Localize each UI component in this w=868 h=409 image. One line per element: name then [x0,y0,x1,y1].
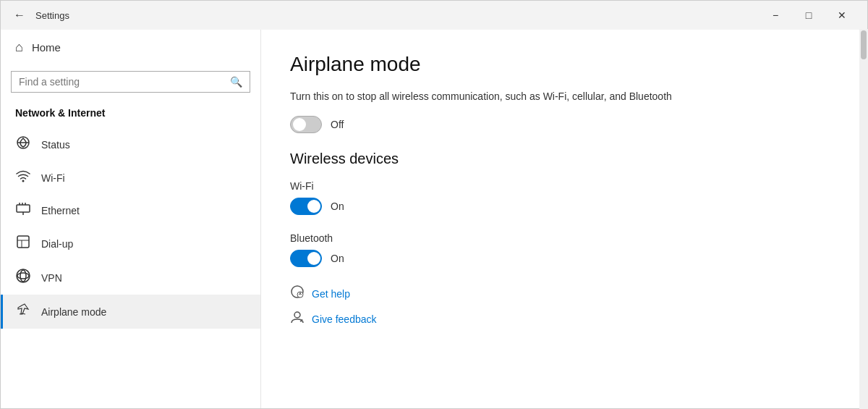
status-icon [15,135,31,153]
sidebar-item-airplane[interactable]: Airplane mode [1,295,260,329]
content-area: ⌂ Home 🔍 Network & Internet Status [1,30,867,408]
bluetooth-device-section: Bluetooth On [290,232,838,267]
svg-point-13 [17,269,30,282]
maximize-button[interactable]: □ [792,1,825,30]
airplane-toggle-label: Off [331,119,344,130]
get-help-icon [290,284,305,303]
svg-point-2 [22,180,25,182]
wifi-toggle-knob [307,200,320,213]
home-icon: ⌂ [15,40,23,55]
airplane-toggle-knob [293,118,306,131]
airplane-toggle[interactable] [290,116,322,133]
wifi-device-section: Wi-Fi On [290,180,838,215]
sidebar-item-airplane-label: Airplane mode [41,306,106,318]
search-input[interactable] [19,76,224,88]
sidebar-item-ethernet-label: Ethernet [41,205,80,216]
search-icon: 🔍 [230,76,242,88]
window-controls: − □ ✕ [759,1,859,30]
sidebar-item-wifi-label: Wi-Fi [41,172,65,184]
get-help-link[interactable]: Get help [290,284,838,303]
sidebar-section-title: Network & Internet [1,101,260,127]
minimize-button[interactable]: − [759,1,792,30]
main-panel: Airplane mode Turn this on to stop all w… [261,30,867,408]
bluetooth-toggle-row: On [290,250,838,267]
wifi-toggle-label: On [331,201,344,212]
scrollbar-track[interactable] [859,30,867,408]
wifi-toggle-row: On [290,198,838,215]
sidebar-item-vpn-label: VPN [41,272,62,284]
window-title: Settings [35,10,759,21]
sidebar-item-wifi[interactable]: Wi-Fi [1,161,260,194]
give-feedback-label: Give feedback [312,313,377,325]
ethernet-icon [15,202,31,219]
bluetooth-toggle[interactable] [290,250,322,267]
close-button[interactable]: ✕ [825,1,859,30]
sidebar-item-dialup[interactable]: Dial-up [1,227,260,261]
bluetooth-device-label: Bluetooth [290,232,838,244]
sidebar: ⌂ Home 🔍 Network & Internet Status [1,30,261,408]
sidebar-home[interactable]: ⌂ Home [1,30,260,65]
wifi-toggle[interactable] [290,198,322,215]
svg-point-16 [299,292,301,294]
give-feedback-icon [290,310,305,328]
scrollbar-thumb[interactable] [861,30,867,59]
dialup-icon [15,235,31,253]
svg-point-12 [20,270,26,282]
get-help-label: Get help [312,288,350,300]
wireless-section-title: Wireless devices [290,151,838,167]
sidebar-item-vpn[interactable]: VPN [1,261,260,295]
svg-rect-8 [17,236,29,248]
airplane-toggle-row: Off [290,116,838,133]
svg-point-11 [17,273,29,279]
sidebar-item-ethernet[interactable]: Ethernet [1,194,260,227]
sidebar-home-label: Home [32,41,61,54]
svg-rect-3 [17,205,30,212]
airplane-description: Turn this on to stop all wireless commun… [290,89,838,104]
airplane-icon [15,303,31,321]
back-button[interactable]: ← [9,5,30,25]
wifi-device-label: Wi-Fi [290,180,838,192]
bluetooth-toggle-label: On [331,253,344,264]
svg-point-17 [294,312,300,318]
sidebar-item-status[interactable]: Status [1,127,260,161]
search-box[interactable]: 🔍 [11,71,250,93]
bluetooth-toggle-knob [307,252,320,265]
titlebar: ← Settings − □ ✕ [1,1,867,30]
wifi-icon [15,169,31,186]
give-feedback-link[interactable]: Give feedback [290,310,838,328]
settings-window: ← Settings − □ ✕ ⌂ Home 🔍 Network & Inte… [0,0,868,409]
sidebar-item-status-label: Status [41,139,70,151]
sidebar-item-dialup-label: Dial-up [41,238,73,250]
vpn-icon [15,269,31,287]
page-title: Airplane mode [290,53,838,76]
help-links: Get help Give feedback [290,284,838,328]
